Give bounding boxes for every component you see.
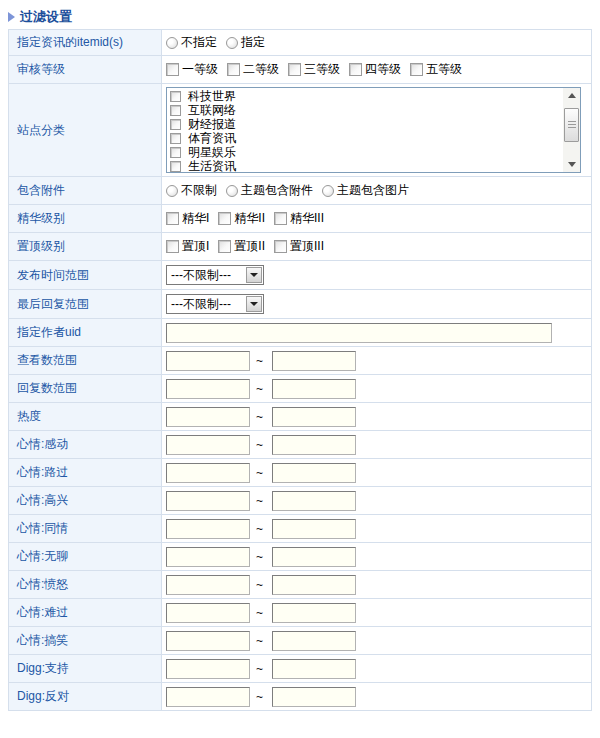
checkbox-icon[interactable] <box>166 240 179 253</box>
mood-funny-max-input[interactable] <box>272 631 356 651</box>
listbox-item-0[interactable]: 科技世界 <box>169 89 561 103</box>
form-row-sticky-level: 置顶级别置顶I置顶II置顶III <box>9 233 592 261</box>
post-time-range-select[interactable]: ---不限制--- <box>166 265 264 285</box>
row-control-sticky-level: 置顶I置顶II置顶III <box>162 233 592 261</box>
radio-icon[interactable] <box>226 37 238 49</box>
views-range-max-input[interactable] <box>272 351 356 371</box>
attachment-radio-option-1[interactable]: 主题包含附件 <box>226 182 313 199</box>
mood-angry-max-input[interactable] <box>272 575 356 595</box>
audit-level-checkbox-option-4[interactable]: 五等级 <box>410 61 462 78</box>
mood-bored-min-input[interactable] <box>166 547 250 567</box>
checkbox-icon[interactable] <box>170 119 181 130</box>
checkbox-icon[interactable] <box>274 212 287 225</box>
checkbox-icon[interactable] <box>170 91 181 102</box>
checkbox-label: 四等级 <box>365 61 401 78</box>
checkbox-icon[interactable] <box>166 63 179 76</box>
heat-max-input[interactable] <box>272 407 356 427</box>
site-category-listbox[interactable]: 科技世界互联网络财经报道体育资讯明星娱乐生活资讯 <box>166 87 581 173</box>
digg-support-min-input[interactable] <box>166 659 250 679</box>
sticky-level-checkbox-option-2[interactable]: 置顶III <box>274 238 324 255</box>
range-separator: ~ <box>256 410 263 424</box>
digest-level-checkbox-option-0[interactable]: 精华I <box>166 210 209 227</box>
mood-moved-max-input[interactable] <box>272 435 356 455</box>
checkbox-icon[interactable] <box>274 240 287 253</box>
radio-icon[interactable] <box>322 185 334 197</box>
radio-label: 指定 <box>241 34 265 51</box>
attachment-radio-option-2[interactable]: 主题包含图片 <box>322 182 409 199</box>
replies-range-max-input[interactable] <box>272 379 356 399</box>
row-label-author-uid: 指定作者uid <box>9 319 162 347</box>
mood-sympathy-min-input[interactable] <box>166 519 250 539</box>
audit-level-checkbox-option-3[interactable]: 四等级 <box>349 61 401 78</box>
mood-moved-min-input[interactable] <box>166 435 250 455</box>
radio-icon[interactable] <box>226 185 238 197</box>
audit-level-checkbox-option-0[interactable]: 一等级 <box>166 61 218 78</box>
scrollbar-down-button[interactable] <box>563 157 580 172</box>
checkbox-icon[interactable] <box>410 63 423 76</box>
views-range-min-input[interactable] <box>166 351 250 371</box>
listbox-item-4[interactable]: 明星娱乐 <box>169 145 561 159</box>
replies-range-min-input[interactable] <box>166 379 250 399</box>
digg-oppose-max-input[interactable] <box>272 687 356 707</box>
radio-icon[interactable] <box>166 37 178 49</box>
listbox-item-3[interactable]: 体育资讯 <box>169 131 561 145</box>
mood-happy-max-input[interactable] <box>272 491 356 511</box>
digg-support-max-input[interactable] <box>272 659 356 679</box>
checkbox-icon[interactable] <box>170 105 181 116</box>
author-uid-input[interactable] <box>166 323 552 343</box>
radio-label: 主题包含附件 <box>241 182 313 199</box>
scrollbar-up-button[interactable] <box>563 88 580 103</box>
form-row-attachment: 包含附件不限制主题包含附件主题包含图片 <box>9 177 592 205</box>
select-dropdown-button[interactable] <box>246 296 262 312</box>
checkbox-icon[interactable] <box>218 240 231 253</box>
scrollbar-thumb[interactable] <box>564 108 579 142</box>
checkbox-icon[interactable] <box>227 63 240 76</box>
row-control-audit-level: 一等级二等级三等级四等级五等级 <box>162 56 592 84</box>
checkbox-icon[interactable] <box>349 63 362 76</box>
listbox-scrollbar[interactable] <box>563 88 580 172</box>
mood-angry-min-input[interactable] <box>166 575 250 595</box>
itemid-options: 不指定指定 <box>166 34 589 51</box>
checkbox-icon[interactable] <box>170 147 181 158</box>
digest-level-checkbox-option-2[interactable]: 精华III <box>274 210 324 227</box>
attachment-radio-option-0[interactable]: 不限制 <box>166 182 217 199</box>
row-control-heat: ~ <box>162 403 592 431</box>
views-range-range: ~ <box>166 351 589 371</box>
listbox-item-label: 财经报道 <box>188 117 236 131</box>
checkbox-icon[interactable] <box>288 63 301 76</box>
digest-level-checkbox-option-1[interactable]: 精华II <box>218 210 265 227</box>
row-control-digest-level: 精华I精华II精华III <box>162 205 592 233</box>
select-dropdown-button[interactable] <box>246 267 262 283</box>
checkbox-icon[interactable] <box>170 161 181 172</box>
mood-bored-max-input[interactable] <box>272 547 356 567</box>
row-control-replies-range: ~ <box>162 375 592 403</box>
checkbox-icon[interactable] <box>170 133 181 144</box>
listbox-item-label: 生活资讯 <box>188 159 236 173</box>
mood-sad-max-input[interactable] <box>272 603 356 623</box>
listbox-item-5[interactable]: 生活资讯 <box>169 159 561 173</box>
mood-passby-min-input[interactable] <box>166 463 250 483</box>
audit-level-checkbox-option-1[interactable]: 二等级 <box>227 61 279 78</box>
audit-level-checkbox-option-2[interactable]: 三等级 <box>288 61 340 78</box>
sticky-level-checkbox-option-1[interactable]: 置顶II <box>218 238 265 255</box>
mood-passby-max-input[interactable] <box>272 463 356 483</box>
radio-icon[interactable] <box>166 185 178 197</box>
checkbox-icon[interactable] <box>218 212 231 225</box>
sticky-level-checkbox-option-0[interactable]: 置顶I <box>166 238 209 255</box>
listbox-item-1[interactable]: 互联网络 <box>169 103 561 117</box>
checkbox-icon[interactable] <box>166 212 179 225</box>
digg-oppose-min-input[interactable] <box>166 687 250 707</box>
mood-sympathy-range: ~ <box>166 519 589 539</box>
mood-sad-min-input[interactable] <box>166 603 250 623</box>
mood-funny-min-input[interactable] <box>166 631 250 651</box>
heat-min-input[interactable] <box>166 407 250 427</box>
mood-happy-min-input[interactable] <box>166 491 250 511</box>
itemid-radio-option-1[interactable]: 指定 <box>226 34 265 51</box>
row-label-heat: 热度 <box>9 403 162 431</box>
listbox-item-2[interactable]: 财经报道 <box>169 117 561 131</box>
section-header: 过滤设置 <box>8 7 592 27</box>
last-reply-range-select[interactable]: ---不限制--- <box>166 294 264 314</box>
filter-table-body: 指定资讯的itemid(s)不指定指定审核等级一等级二等级三等级四等级五等级站点… <box>9 30 592 711</box>
itemid-radio-option-0[interactable]: 不指定 <box>166 34 217 51</box>
mood-sympathy-max-input[interactable] <box>272 519 356 539</box>
